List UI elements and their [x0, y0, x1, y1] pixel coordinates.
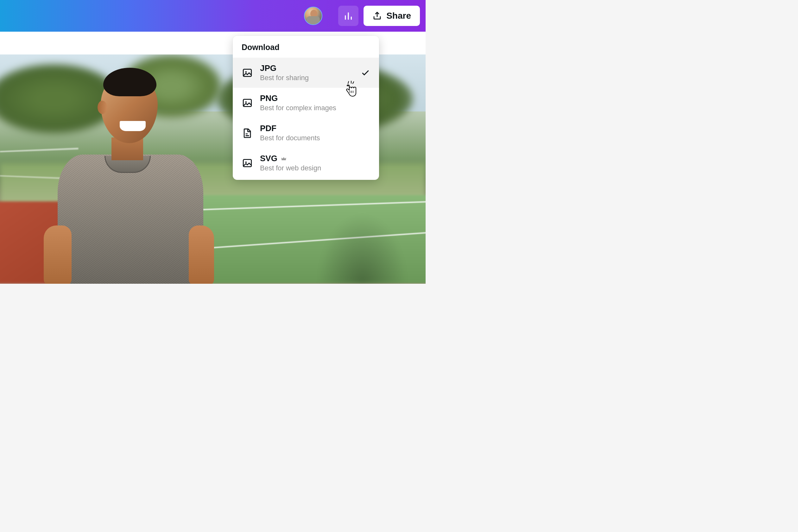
option-subtitle: Best for complex images — [260, 104, 370, 112]
download-option-svg[interactable]: SVG Best for web design — [233, 148, 379, 180]
option-label: JPG — [260, 63, 354, 73]
user-avatar[interactable] — [304, 7, 322, 25]
check-icon — [361, 68, 370, 78]
image-icon — [242, 67, 253, 78]
option-subtitle: Best for web design — [260, 164, 370, 172]
bar-chart-icon — [343, 11, 354, 21]
image-icon — [242, 157, 253, 169]
analytics-button[interactable] — [338, 6, 359, 26]
download-option-jpg[interactable]: JPG Best for sharing — [233, 58, 379, 88]
photo-subject — [44, 61, 215, 284]
crown-icon — [281, 155, 287, 162]
share-button[interactable]: Share — [363, 6, 420, 26]
dropdown-title: Download — [233, 36, 379, 58]
download-option-png[interactable]: PNG Best for complex images — [233, 88, 379, 118]
option-label: SVG — [260, 154, 278, 164]
app-header: Share — [0, 0, 425, 32]
option-subtitle: Best for sharing — [260, 74, 354, 82]
document-icon — [242, 127, 253, 139]
option-label: PNG — [260, 93, 370, 103]
download-option-pdf[interactable]: PDF Best for documents — [233, 118, 379, 148]
option-subtitle: Best for documents — [260, 134, 370, 142]
svg-point-3 — [245, 101, 247, 102]
upload-icon — [373, 11, 382, 21]
share-label: Share — [386, 11, 411, 21]
option-label: PDF — [260, 124, 370, 133]
image-icon — [242, 97, 253, 109]
download-dropdown: Download JPG Best for sharing PNG Best f… — [233, 36, 379, 180]
svg-point-1 — [245, 71, 247, 73]
svg-point-5 — [245, 161, 247, 163]
avatar-group — [304, 7, 333, 25]
